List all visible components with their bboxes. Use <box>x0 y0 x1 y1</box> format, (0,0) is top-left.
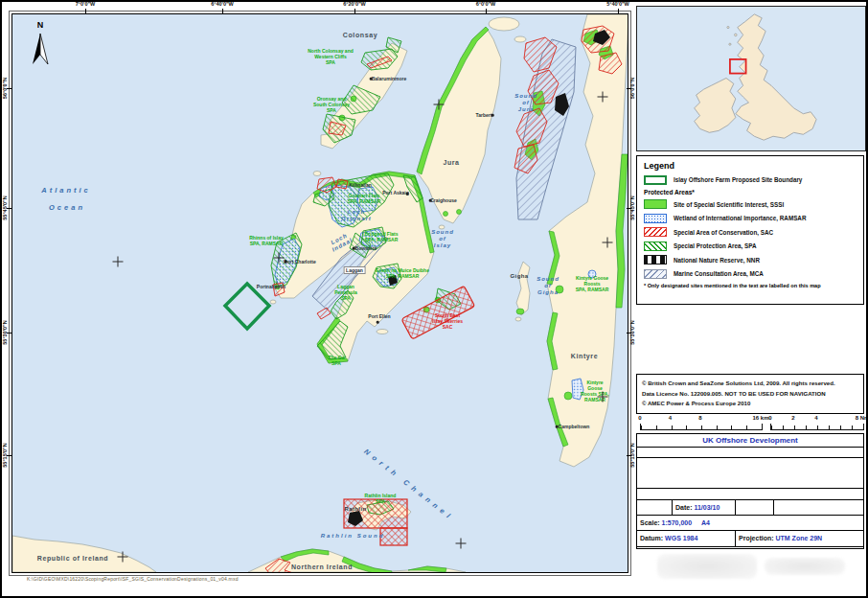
legend-title: Legend <box>644 161 857 171</box>
tick-mark <box>486 9 487 13</box>
date-value: 11/03/10 <box>694 504 720 511</box>
legend-item-label: Special Area of Conservation, SAC <box>674 229 773 236</box>
scale-label: Scale: <box>640 519 660 526</box>
map-label: North Channel <box>362 448 455 523</box>
place-marker-dot <box>285 261 287 264</box>
date-row: Date: 11/03/10 <box>637 500 863 516</box>
map-label: Balaruminmore <box>372 76 407 81</box>
longitude-label: 7°0'0"W <box>76 1 95 7</box>
map-label: Bridgend Flats SPA, RAMSAR <box>364 231 398 242</box>
longitude-label: 5°40'0"W <box>606 1 629 7</box>
map-label: Portnahaven <box>257 284 286 289</box>
place-marker-dot <box>353 247 355 250</box>
place-marker-dot <box>370 78 373 80</box>
ramsar-swatch-icon <box>644 214 667 223</box>
datum-projection-row: Datum: WGS 1984 Projection: UTM Zone 29N <box>637 531 863 547</box>
graticule-cross <box>598 92 608 103</box>
tick-mark <box>354 9 355 13</box>
map-label: Port Askaig <box>382 190 409 196</box>
scale-label: 16 km <box>752 415 768 421</box>
map-canvas: NColonsayBalaruminmoreNorth Colonsay and… <box>11 13 628 573</box>
datum-label: Datum: <box>640 535 663 541</box>
scale-row: Scale: 1:570,000 A4 <box>637 516 863 531</box>
map-label: Sound of Gigha <box>537 276 560 297</box>
map-label: Loch Gruinart <box>341 209 372 222</box>
legend-item-label: Wetland of International Importance, RAM… <box>674 215 806 221</box>
legend-items: Site of Special Scientific Interest, SSS… <box>644 199 857 280</box>
graticule-cross <box>456 539 467 549</box>
map-label: Sound of Islay <box>431 229 454 250</box>
legend-item-label: Special Protection Area, SPA <box>674 242 756 249</box>
map-label: Bowmore <box>355 245 377 251</box>
paper-size: A4 <box>701 519 710 526</box>
map-label: Gigha <box>510 273 528 280</box>
legend-footnote: * Only designated sites mentioned in the… <box>644 283 857 288</box>
graticule-cross <box>118 552 128 563</box>
date-cell: Date: 11/03/10 <box>672 500 735 515</box>
map-label: Ocean <box>49 203 85 212</box>
map-label: Killinallan <box>349 182 372 188</box>
graticule-cross <box>113 257 124 267</box>
legend-item-nnr: National Nature Reserve, NNR <box>644 255 857 265</box>
title-block-empty-row <box>637 448 863 458</box>
map-label: Eilean na Muice Duibhe SPA, RAMSAR <box>376 267 429 279</box>
map-label: Rhinns of Islay SPA, RAMSAR <box>249 235 284 246</box>
scale-bar-km: 04816 km <box>640 415 774 433</box>
datum-value: WGS 1984 <box>665 535 697 541</box>
legend-item-sssi: Site of Special Scientific Interest, SSS… <box>644 199 857 210</box>
map-label: Rathlin <box>344 506 366 513</box>
legend-item-sac: Special Area of Conservation, SAC <box>644 227 857 238</box>
date-label: Date: <box>675 504 693 511</box>
scale-label: 0 <box>638 415 641 421</box>
map-label: Laggan Peninsula SPA <box>334 284 357 301</box>
map-label: Campbeltown <box>559 424 590 429</box>
copyright-line: © British Crown and SeaZone Solutions Lt… <box>642 379 858 389</box>
map-label: Gruinart Flats SPA, RAMSAR <box>348 193 381 204</box>
scale-label: 2 <box>791 415 794 421</box>
map-label: North Colonsay and Western Cliffs SPA <box>308 48 354 65</box>
graticule-cross <box>598 392 608 402</box>
tick-mark <box>627 88 631 89</box>
tick-mark <box>627 208 631 209</box>
longitude-label: 6°20'0"W <box>343 1 366 7</box>
projection-label: Projection: <box>739 535 774 541</box>
mca-swatch-icon <box>644 269 667 279</box>
scale-value: 1:570,000 <box>662 519 693 526</box>
legend-item-label: Marine Consultation Area, MCA <box>674 270 764 277</box>
graticule-cross <box>603 238 613 248</box>
logo-placeholder <box>765 558 845 575</box>
title-block: UK Offshore Development Date: 11/03/10 S… <box>636 433 864 549</box>
map-label: Colonsay <box>343 32 377 39</box>
tick-mark <box>7 333 11 334</box>
map-label: Northern Ireland <box>291 564 353 571</box>
scale-label: 0 <box>768 415 771 421</box>
map-label: Rathlin Sound <box>321 533 385 540</box>
map-label: Kintyre Goose Roosts SPA, RAMSAR <box>575 275 610 292</box>
tick-mark <box>222 9 223 13</box>
map-label: Laggan <box>344 266 366 274</box>
tick-mark <box>627 333 631 334</box>
scale-ruler <box>770 424 864 430</box>
place-marker-dot <box>429 199 432 202</box>
tick-mark <box>7 455 11 456</box>
nnr-swatch-icon <box>644 255 667 264</box>
tick-mark <box>627 455 631 456</box>
title-block-empty-row <box>637 489 863 500</box>
tick-mark <box>7 88 11 89</box>
map-label: Kintyre <box>571 353 598 360</box>
place-marker-dot <box>556 426 559 428</box>
tick-mark <box>7 208 11 209</box>
place-marker-dot <box>377 321 379 324</box>
tick-mark <box>85 9 86 13</box>
graticule-cross <box>434 100 445 110</box>
scale-label: 8 <box>698 415 701 421</box>
projection-value: UTM Zone 29N <box>776 535 823 541</box>
map-label: Rathlin Island SPA <box>365 493 397 504</box>
project-title: UK Offshore Development <box>637 434 863 448</box>
scale-label: 4 <box>669 415 672 421</box>
legend-item-label: Islay Offshore Farm Proposed Site Bounda… <box>674 176 802 183</box>
legend-item-spa: Special Protection Area, SPA <box>644 241 857 251</box>
map-label: Port Charlotte <box>284 259 315 264</box>
legend-item-label: National Nature Reserve, NNR <box>674 257 760 264</box>
sssi-swatch-icon <box>644 199 667 209</box>
